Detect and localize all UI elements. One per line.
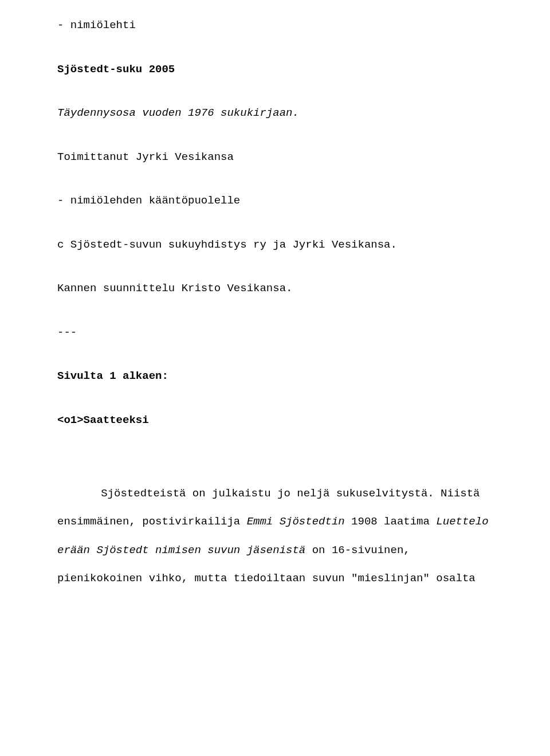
heading-saatteeksi: <o1>Saatteeksi <box>57 412 493 429</box>
text: Sjöstedt-suku 2005 <box>57 63 175 76</box>
line-copyright: c Sjöstedt-suvun sukuyhdistys ry ja Jyrk… <box>57 237 493 253</box>
para-r2b: on 16-sivuinen, <box>305 544 410 557</box>
text: - nimiölehti <box>57 19 136 32</box>
para-r3: pienikokoinen vihko, mutta tiedoiltaan s… <box>57 572 476 585</box>
line-kannen-suunnittelu: Kannen suunnittelu Kristo Vesikansa. <box>57 280 493 297</box>
para-emmi: Emmi Sjöstedtin <box>247 515 345 528</box>
text: Kannen suunnittelu Kristo Vesikansa. <box>57 282 292 295</box>
title-sjostedt-suku: Sjöstedt-suku 2005 <box>57 61 493 78</box>
text: - nimiölehden kääntöpuolelle <box>57 194 240 207</box>
text: Täydennysosa vuoden 1976 sukukirjaan. <box>57 107 299 119</box>
para-r1a: ensimmäinen, postivirkailija <box>57 515 247 528</box>
para-r1c: 1908 laatima <box>345 515 437 528</box>
text: --- <box>57 326 77 339</box>
text: c Sjöstedt-suvun sukuyhdistys ry ja Jyrk… <box>57 238 397 251</box>
divider-dashes: --- <box>57 324 493 341</box>
line-toimittanut: Toimittanut Jyrki Vesikansa <box>57 149 493 166</box>
indent-spacer <box>57 480 101 508</box>
text: Sivulta 1 alkaen: <box>57 370 168 382</box>
line-sivulta-alkaen: Sivulta 1 alkaen: <box>57 368 493 385</box>
para-lead: Sjöstedteistä on julkaistu jo neljä suku… <box>101 487 480 500</box>
line-kaantopuolelle: - nimiölehden kääntöpuolelle <box>57 193 493 209</box>
text: <o1>Saatteeksi <box>57 414 149 426</box>
line-nimiolehti: - nimiölehti <box>57 17 493 34</box>
paragraph-body: Sjöstedteistä on julkaistu jo neljä suku… <box>57 480 493 593</box>
text: Toimittanut Jyrki Vesikansa <box>57 151 234 163</box>
subtitle-taydennysosa: Täydennysosa vuoden 1976 sukukirjaan. <box>57 105 493 122</box>
